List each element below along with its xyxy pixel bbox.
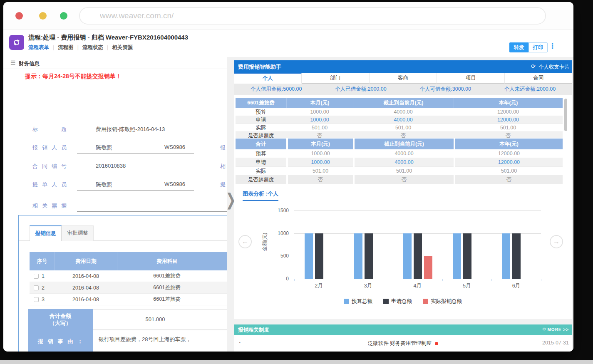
more-menu-icon[interactable]: ⋮ — [549, 42, 556, 50]
claimant-name-value[interactable]: 陈敬照 — [96, 144, 112, 151]
clipped-label: 报 — [220, 144, 227, 151]
column-header: 本月(元) — [288, 139, 353, 149]
desktop-strip — [0, 360, 593, 364]
smart-assistant-box: 费用报销智能助手 ⟳ 个人收支卡片 个人部门客商项目合同 个人信用金额:5000… — [234, 60, 572, 319]
x-tick — [541, 279, 541, 281]
assistant-tabs: 个人部门客商项目合同 — [234, 73, 572, 84]
budget-value[interactable]: 1000.00 — [286, 116, 353, 124]
budget-table-travel: 6601差旅费本月(元)截止到当前月(元)本年(元)预算1000.004000.… — [236, 98, 563, 138]
policy-item-link[interactable]: 泛微软件 财务费用管理制度 — [234, 340, 572, 347]
row-label: 实际 — [236, 167, 286, 176]
legend-item-实际报销总额[interactable]: 实际报销总额 — [423, 298, 462, 305]
budget-value[interactable]: 12000.00 — [455, 158, 563, 167]
field-underline — [77, 172, 194, 172]
column-header: 序号 — [30, 252, 55, 270]
chart-legend: 预算总额申请总额实际报销总额 — [261, 298, 544, 305]
table-scrollbar-thumb[interactable] — [564, 99, 567, 131]
tab-相关资源[interactable]: 相关资源 — [112, 45, 133, 50]
column-header: 合计 — [236, 139, 286, 149]
legend-item-预算总额[interactable]: 预算总额 — [344, 298, 372, 305]
tab-流程表单[interactable]: 流程表单 — [28, 45, 49, 50]
row-number: 3 — [42, 297, 45, 302]
policy-more-link[interactable]: MORE >> — [548, 327, 569, 332]
budget-value[interactable]: 12000.00 — [454, 116, 563, 124]
policy-title: 报销相关制度 — [238, 327, 269, 334]
budget-row-预算: 预算1000.004000.0012000.00 — [236, 108, 563, 116]
maximize-window-button[interactable] — [60, 12, 67, 20]
title-field-value[interactable]: 费用报销-陈敬照-2016-04-13 — [96, 126, 165, 133]
assistant-tab-部门[interactable]: 部门 — [302, 73, 370, 84]
budget-value: 否 — [288, 176, 353, 184]
forward-button[interactable]: 转发 — [509, 42, 528, 52]
workflow-app-icon — [9, 35, 24, 50]
reason-label: 报销事由： — [38, 338, 83, 345]
credit-metric: 个人可借金额:3000.00 — [403, 84, 488, 95]
row-checkbox[interactable] — [34, 297, 39, 302]
assistant-tab-合同[interactable]: 合同 — [505, 73, 572, 84]
tab-流程图[interactable]: 流程图 — [58, 45, 74, 50]
tab-approval-adjust[interactable]: 审批调整 — [62, 225, 94, 241]
chart-next-button[interactable]: → — [550, 235, 563, 248]
clipped-label: 提 — [220, 181, 227, 188]
bar-申请总额 — [315, 233, 323, 279]
finance-section-title: 财务信息 — [19, 60, 40, 67]
expense-subject-cell: 6601差旅费 — [117, 270, 217, 282]
row-label: 是否超额度 — [236, 132, 286, 138]
x-axis-line — [294, 279, 544, 279]
budget-value: 否 — [286, 132, 353, 138]
total-amount-row: 合计金额 （大写） 501.000 伍佰零壹圆 — [28, 309, 227, 330]
legend-item-申请总额[interactable]: 申请总额 — [383, 298, 412, 305]
minimize-window-button[interactable] — [39, 12, 47, 20]
y-tick-label: 1500 — [259, 208, 289, 213]
submitter-name-value[interactable]: 陈敬照 — [96, 181, 112, 188]
budget-value: 501.00 — [455, 167, 563, 176]
budget-value: 否 — [454, 132, 563, 138]
x-category-label: 2月 — [294, 282, 343, 290]
refresh-icon[interactable]: ⟳ — [531, 63, 536, 69]
row-checkbox[interactable] — [34, 285, 39, 290]
chart-prev-button[interactable]: ← — [238, 235, 252, 248]
budget-value[interactable]: 4000.00 — [355, 158, 454, 167]
url-input[interactable] — [80, 8, 545, 24]
submit-warning-text: 提示：每月24-28号不能提交报销单！ — [25, 73, 122, 80]
personal-card-link[interactable]: 个人收支卡片 — [538, 64, 570, 71]
close-window-button[interactable] — [15, 12, 23, 20]
budget-value: 501.00 — [286, 124, 353, 131]
expense-date-cell: 2016-04-08 — [55, 294, 117, 305]
field-label: 报销人员 — [32, 144, 67, 151]
assistant-tab-个人[interactable]: 个人 — [234, 73, 302, 84]
expense-subject-cell: 6601差旅费 — [117, 294, 217, 305]
column-header: 截止到当前月(元) — [355, 139, 454, 149]
app-header: 流程:处理 - 费用报销 - 归档 Weaver-FYBX20160400044… — [3, 30, 573, 56]
reason-value[interactable]: 银行项目差旅费，28号回上海的车票， — [99, 336, 191, 343]
row-index-cell: 2 — [30, 282, 55, 293]
expense-table-body: 12016-04-086601差旅费22016-04-086601差旅费3201… — [30, 270, 227, 305]
expense-date-cell: 2016-04-08 — [55, 270, 117, 282]
budget-value[interactable]: 1000.00 — [288, 158, 353, 167]
budget-value: 1000.00 — [288, 149, 353, 158]
workflow-tabs: 流程表单|流程图|流程状态|相关资源 — [28, 44, 133, 51]
budget-table-header: 6601差旅费本月(元)截止到当前月(元)本年(元) — [236, 98, 563, 108]
refresh-icon[interactable]: ⟳ — [543, 327, 546, 332]
budget-value: 12000.00 — [455, 149, 563, 158]
row-number: 2 — [42, 285, 45, 291]
print-button[interactable]: 打印 — [528, 42, 548, 52]
budget-value: 4000.00 — [353, 108, 454, 116]
budget-row-申请: 申请1000.004000.0012000.00 — [236, 116, 563, 124]
assistant-tab-项目[interactable]: 项目 — [437, 73, 505, 84]
y-axis-title: 金额(元) — [261, 233, 268, 251]
assistant-header: 费用报销智能助手 ⟳ 个人收支卡片 — [234, 60, 572, 73]
empty-cell — [217, 270, 227, 282]
contract-number-value[interactable]: 2016010838 — [96, 163, 126, 169]
credit-metric: 个人未还金额:2000.00 — [488, 84, 572, 95]
hamburger-icon[interactable]: ☰ — [10, 59, 16, 66]
row-checkbox[interactable] — [34, 274, 39, 279]
tab-流程状态[interactable]: 流程状态 — [82, 45, 103, 50]
tab-expense-info[interactable]: 报销信息 — [30, 225, 62, 241]
field-label: 提单人员 — [32, 181, 67, 188]
legend-label: 实际报销总额 — [431, 298, 462, 305]
assistant-tab-客商[interactable]: 客商 — [370, 73, 437, 84]
y-tick-label: 500 — [259, 253, 289, 259]
budget-value[interactable]: 4000.00 — [353, 116, 454, 124]
column-header: 费用科目 — [117, 252, 217, 270]
